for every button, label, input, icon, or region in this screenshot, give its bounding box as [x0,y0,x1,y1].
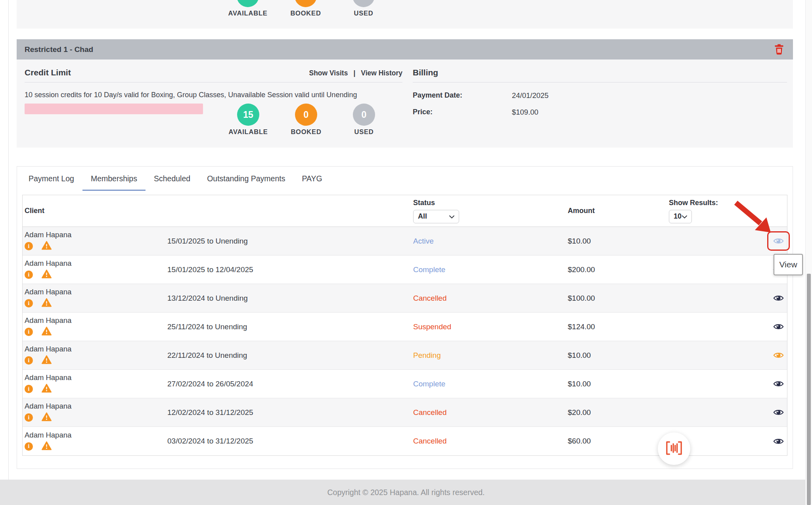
client-cell: Adam Hapana i [23,402,167,423]
view-eye-button[interactable] [773,409,784,416]
actions-cell [773,409,787,416]
info-icon[interactable]: i [25,442,33,451]
credit-counters: 15 AVAILABLE 0 BOOKED 0 USED [224,104,388,136]
show-visits-link[interactable]: Show Visits [309,69,348,77]
client-cell: Adam Hapana i [23,316,167,337]
billing-divider [413,82,787,83]
client-cell: Adam Hapana i [23,259,167,280]
payment-date-label: Payment Date: [413,91,512,100]
warning-icon[interactable] [42,412,52,423]
show-results-select[interactable]: 10 [669,210,692,223]
actions-cell [773,294,787,302]
client-cell: Adam Hapana i [23,230,167,252]
page-left-divider [8,0,9,505]
view-history-link[interactable]: View History [361,69,402,77]
membership-dates: 12/02/2024 to 31/12/2025 [167,408,413,417]
view-eye-button[interactable] [773,351,784,359]
info-icon[interactable]: i [25,271,33,279]
membership-header: Restricted 1 - Chad [17,39,793,60]
counter-label: USED [354,10,373,17]
tab-item[interactable]: Memberships [82,167,146,191]
eye-icon [773,409,784,416]
warning-icon[interactable] [42,298,52,309]
eye-icon [773,438,784,445]
counter-circle [237,0,259,7]
counter-value: 15 [243,109,253,120]
client-cell: Adam Hapana i [23,373,167,394]
memberships-table: Client Status All Amount Show Results: 1… [22,195,787,456]
scrollbar[interactable] [805,0,812,505]
client-name: Adam Hapana [25,259,167,268]
client-icons: i [25,441,167,452]
actions-cell [773,323,787,330]
tab-item[interactable]: PAYG [293,167,330,191]
counter-value: 0 [362,109,367,120]
billing-title: Billing [413,68,438,77]
client-name: Adam Hapana [25,288,167,296]
scrollbar-thumb[interactable] [807,274,811,505]
info-icon[interactable]: i [25,328,33,336]
counter-stack: BOOKED [282,0,330,17]
counter-stack: 0 USED [340,104,388,136]
view-eye-button[interactable] [773,323,784,330]
status-text: Active [413,237,568,246]
status-filter-select[interactable]: All [413,210,459,223]
table-row: Adam Hapana i 15/0 [23,227,787,255]
warning-icon[interactable] [42,269,52,280]
counter-circle: 15 [237,104,259,126]
delete-membership-button[interactable] [774,44,784,55]
top-counters: AVAILABLE BOOKED USED [224,0,388,17]
client-name: Adam Hapana [25,402,167,411]
credit-limit-description: 10 session credits for 10 Day/s valid fo… [25,91,402,99]
warning-icon[interactable] [42,326,52,337]
info-icon[interactable]: i [25,242,33,250]
info-icon[interactable]: i [25,356,33,365]
view-eye-button[interactable] [773,294,784,302]
links-separator: | [353,69,355,77]
warning-icon[interactable] [42,355,52,366]
eye-icon [773,237,784,245]
view-eye-button[interactable] [773,237,784,245]
counter-label: BOOKED [290,10,321,17]
chat-launcher-button[interactable] [658,432,690,465]
price-row: Price: $109.00 [413,108,787,117]
status-text: Cancelled [413,437,568,445]
counter-circle [352,0,375,7]
chevron-down-icon [449,212,454,221]
client-icons: i [25,326,167,337]
eye-icon [773,294,784,302]
info-icon[interactable]: i [25,413,33,422]
price-value: $109.00 [512,108,787,117]
status-text: Pending [413,351,568,360]
amount-text: $124.00 [568,323,669,331]
tab-item[interactable]: Scheduled [146,167,199,191]
credit-progress-bar [25,104,203,114]
tab-item[interactable]: Payment Log [20,167,82,191]
tab-item[interactable]: Outstanding Payments [199,167,293,191]
amount-text: $10.00 [568,237,669,246]
status-text: Suspended [413,323,568,331]
warning-icon[interactable] [42,384,52,394]
info-icon[interactable]: i [25,385,33,393]
payment-date-row: Payment Date: 24/01/2025 [413,91,787,100]
warning-icon[interactable] [42,241,52,252]
membership-dates: 22/11/2024 to Unending [167,351,413,360]
amount-text: $10.00 [568,380,669,388]
view-eye-button[interactable] [773,438,784,445]
amount-text: $100.00 [568,294,669,303]
membership-dates: 25/11/2024 to Unending [167,323,413,331]
status-filter-value: All [418,212,427,221]
client-name: Adam Hapana [25,345,167,353]
status-text: Cancelled [413,408,568,417]
counter-label: AVAILABLE [228,10,267,17]
show-results-label: Show Results: [669,199,718,207]
client-icons: i [25,298,167,309]
client-cell: Adam Hapana i [23,345,167,366]
client-cell: Adam Hapana i [23,431,167,452]
client-name: Adam Hapana [25,373,167,382]
warning-icon[interactable] [42,441,52,452]
view-eye-button[interactable] [773,380,784,388]
amount-text: $20.00 [568,408,669,417]
counter-circle [295,0,317,7]
info-icon[interactable]: i [25,299,33,307]
